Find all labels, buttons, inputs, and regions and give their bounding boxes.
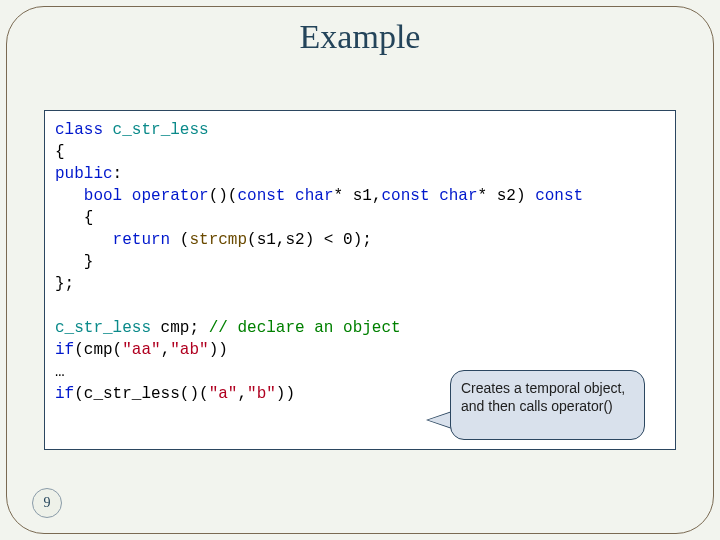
kw-const: const [382, 187, 430, 205]
str-lit: "b" [247, 385, 276, 403]
str-lit: "ab" [170, 341, 208, 359]
code-line: } [55, 253, 93, 271]
code-line: { [55, 143, 65, 161]
class-name: c_str_less [103, 121, 209, 139]
ellipsis: … [55, 363, 65, 381]
txt: )) [276, 385, 295, 403]
callout-tail [428, 412, 452, 428]
kw-public: public [55, 165, 113, 183]
txt: * s2) [478, 187, 536, 205]
fn-strcmp: strcmp [189, 231, 247, 249]
str-lit: "a" [209, 385, 238, 403]
kw-if: if [55, 341, 74, 359]
txt: (s1,s2) < 0); [247, 231, 372, 249]
txt: )) [209, 341, 228, 359]
code-block: class c_str_less { public: bool operator… [55, 119, 665, 405]
kw-operator: operator [132, 187, 209, 205]
page-number: 9 [32, 488, 62, 518]
kw-char: char [439, 187, 477, 205]
sp [430, 187, 440, 205]
kw-char: char [295, 187, 333, 205]
txt: , [161, 341, 171, 359]
slide: Example class c_str_less { public: bool … [0, 0, 720, 540]
sp [122, 187, 132, 205]
slide-title: Example [0, 18, 720, 56]
class-name: c_str_less [55, 319, 151, 337]
code-line: { [55, 209, 93, 227]
blank-line [55, 297, 65, 315]
txt: * s1, [333, 187, 381, 205]
punct: ()( [209, 187, 238, 205]
kw-class: class [55, 121, 103, 139]
comment: // declare an object [209, 319, 401, 337]
kw-const: const [535, 187, 583, 205]
code-line: }; [55, 275, 74, 293]
sp [285, 187, 295, 205]
txt: ( [170, 231, 189, 249]
callout-bubble: Creates a temporal object, and then call… [450, 370, 645, 440]
kw-const: const [237, 187, 285, 205]
txt: (c_str_less()( [74, 385, 208, 403]
kw-if: if [55, 385, 74, 403]
txt: cmp; [151, 319, 209, 337]
punct: : [113, 165, 123, 183]
callout-text: Creates a temporal object, and then call… [461, 380, 625, 414]
kw-bool: bool [55, 187, 122, 205]
str-lit: "aa" [122, 341, 160, 359]
txt: , [237, 385, 247, 403]
txt: (cmp( [74, 341, 122, 359]
kw-return: return [55, 231, 170, 249]
